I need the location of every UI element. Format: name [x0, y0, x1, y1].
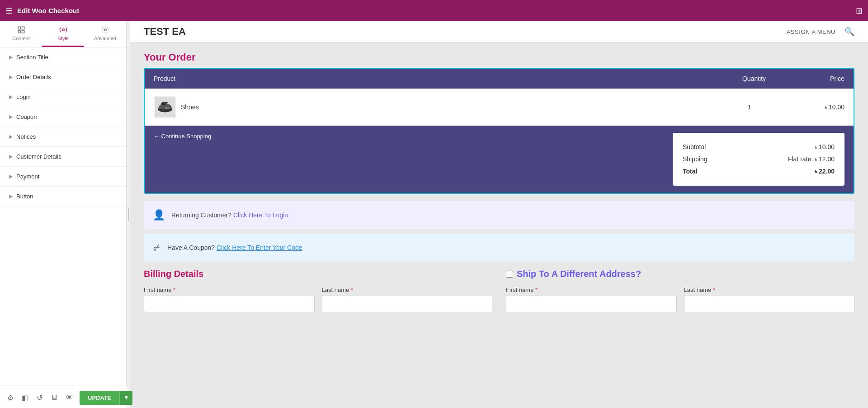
chevron-icon: ▶ — [9, 94, 13, 100]
eye-icon[interactable]: 👁 — [64, 392, 75, 403]
desktop-icon[interactable]: 🖥 — [49, 392, 60, 403]
update-button[interactable]: UPDATE — [80, 391, 119, 405]
bottom-action-bar: ⚙ ◧ ↺ 🖥 👁 UPDATE ▼ — [0, 387, 127, 408]
update-group: UPDATE ▼ — [80, 391, 127, 405]
tab-content-label: Content — [12, 36, 30, 41]
billing-first-name-input[interactable] — [144, 295, 315, 312]
sidebar-item-label: Payment — [16, 173, 39, 180]
sidebar-item-label: Order Details — [16, 74, 51, 80]
site-title: TEST EA — [144, 26, 787, 38]
main-layout: Content Style Advanced ▶ Section Title ▶… — [0, 21, 868, 408]
order-header-qty: Quantity — [718, 75, 790, 82]
product-image — [154, 96, 176, 118]
login-link[interactable]: Click Here To Login — [233, 211, 288, 219]
billing-last-name-label: Last name * — [322, 286, 493, 293]
chevron-icon: ▶ — [9, 74, 13, 80]
chevron-icon: ▶ — [9, 54, 13, 60]
order-box: Product Quantity Price — [144, 68, 854, 194]
sidebar-item-label: Customer Details — [16, 153, 61, 160]
nav-menu-link[interactable]: ASSIGN A MENU — [787, 28, 835, 35]
required-indicator: * — [173, 286, 175, 293]
sidebar-item-login[interactable]: ▶ Login — [0, 87, 126, 107]
billing-shipping-section: Billing Details First name * Last name — [144, 269, 854, 319]
order-footer: ← Continue Shopping Subtotal ৳ 10.00 Shi… — [145, 126, 854, 193]
billing-first-name-label: First name * — [144, 286, 315, 293]
coupon-link[interactable]: Click Here To Enter Your Code — [217, 244, 302, 251]
svg-rect-3 — [22, 31, 24, 33]
required-indicator: * — [535, 286, 538, 293]
chevron-icon: ▶ — [9, 154, 13, 159]
sidebar-item-label: Notices — [16, 133, 36, 140]
product-price: ৳ 10.00 — [790, 103, 844, 111]
order-section-title: Your Order — [144, 52, 854, 63]
product-name: Shoes — [181, 103, 709, 111]
total-value: ৳ 22.00 — [815, 168, 835, 175]
tab-advanced-label: Advanced — [94, 36, 116, 41]
sidebar-item-coupon[interactable]: ▶ Coupon — [0, 107, 126, 127]
page-title: Edit Woo Checkout — [17, 7, 851, 14]
total-row: Total ৳ 22.00 — [683, 165, 835, 178]
billing-title: Billing Details — [144, 269, 492, 279]
shipping-title: Ship To A Different Address? — [506, 269, 854, 279]
sidebar-item-order-details[interactable]: ▶ Order Details — [0, 67, 126, 87]
hamburger-icon[interactable]: ☰ — [5, 6, 13, 16]
resize-handle[interactable] — [127, 21, 130, 408]
sidebar-item-label: Coupon — [16, 113, 37, 120]
svg-point-4 — [62, 29, 64, 31]
sidebar-items: ▶ Section Title ▶ Order Details ▶ Login … — [0, 47, 126, 385]
ship-different-checkbox[interactable] — [506, 271, 513, 278]
order-header-price: Price — [790, 75, 844, 82]
tab-content[interactable]: Content — [0, 21, 42, 47]
total-label: Total — [683, 168, 697, 175]
sidebar-item-notices[interactable]: ▶ Notices — [0, 127, 126, 147]
shipping-first-name-field: First name * — [506, 286, 677, 312]
shipping-last-name-label: Last name * — [684, 286, 855, 293]
svg-point-5 — [104, 29, 106, 31]
subtotal-label: Subtotal — [683, 143, 706, 151]
update-dropdown-button[interactable]: ▼ — [119, 391, 127, 405]
page-content: Your Order Product Quantity Price — [130, 42, 868, 328]
content-nav: TEST EA ASSIGN A MENU 🔍 — [130, 21, 868, 42]
sidebar-tabs: Content Style Advanced — [0, 21, 126, 47]
sidebar-item-customer-details[interactable]: ▶ Customer Details — [0, 147, 126, 167]
sidebar-item-label: Login — [16, 94, 31, 100]
svg-rect-0 — [18, 27, 20, 29]
shipping-first-name-label: First name * — [506, 286, 677, 293]
shipping-label: Shipping — [683, 155, 708, 163]
chevron-icon: ▶ — [9, 193, 13, 199]
chevron-icon: ▶ — [9, 114, 13, 120]
sidebar: Content Style Advanced ▶ Section Title ▶… — [0, 21, 127, 408]
user-icon: 👤 — [153, 209, 165, 221]
sidebar-item-section-title[interactable]: ▶ Section Title — [0, 47, 126, 67]
billing-last-name-input[interactable] — [322, 295, 493, 312]
shipping-first-name-input[interactable] — [506, 295, 677, 312]
shipping-row: Shipping Flat rate: ৳ 12.00 — [683, 153, 835, 165]
tab-style[interactable]: Style — [42, 21, 84, 47]
top-bar: ☰ Edit Woo Checkout ⊞ — [0, 0, 868, 21]
sidebar-item-payment[interactable]: ▶ Payment — [0, 167, 126, 187]
nav-search-icon[interactable]: 🔍 — [844, 27, 854, 37]
grid-icon[interactable]: ⊞ — [856, 6, 863, 16]
subtotal-row: Subtotal ৳ 10.00 — [683, 141, 835, 153]
tab-advanced[interactable]: Advanced — [84, 21, 126, 47]
svg-rect-2 — [18, 31, 20, 33]
shipping-last-name-field: Last name * — [684, 286, 855, 312]
svg-point-8 — [165, 107, 170, 109]
svg-rect-1 — [22, 27, 24, 29]
history-icon[interactable]: ↺ — [35, 392, 44, 404]
shipping-last-name-input[interactable] — [684, 295, 855, 312]
totals-box: Subtotal ৳ 10.00 Shipping Flat rate: ৳ 1… — [673, 133, 844, 186]
returning-text: Returning Customer? Click Here To Login — [171, 211, 288, 219]
returning-customer-box: 👤 Returning Customer? Click Here To Logi… — [144, 201, 854, 229]
tab-style-label: Style — [57, 36, 68, 41]
shipping-form: Ship To A Different Address? First name … — [506, 269, 854, 319]
continue-shopping-link[interactable]: ← Continue Shopping — [154, 133, 673, 140]
settings-icon[interactable]: ⚙ — [5, 392, 15, 404]
shipping-value: Flat rate: ৳ 12.00 — [788, 155, 835, 163]
chevron-icon: ▶ — [9, 134, 13, 140]
layers-icon[interactable]: ◧ — [20, 392, 30, 404]
sidebar-item-button[interactable]: ▶ Button — [0, 187, 126, 206]
subtotal-value: ৳ 10.00 — [815, 143, 835, 151]
order-header-product: Product — [154, 75, 718, 82]
coupon-box: ✂ Have A Coupon? Click Here To Enter You… — [144, 234, 854, 262]
